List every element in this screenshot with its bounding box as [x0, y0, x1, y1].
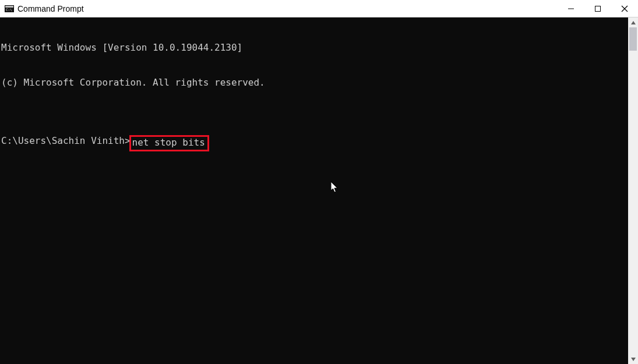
output-line: Microsoft Windows [Version 10.0.19044.21…	[1, 42, 628, 54]
titlebar[interactable]: C:\ Command Prompt	[0, 0, 638, 17]
minimize-button[interactable]	[558, 0, 584, 17]
scroll-up-button[interactable]	[628, 17, 638, 27]
prompt-path: C:\Users\Sachin Vinith>	[1, 135, 131, 147]
vertical-scrollbar[interactable]	[628, 17, 638, 364]
scroll-thumb[interactable]	[629, 27, 637, 51]
mouse-cursor-icon	[297, 170, 339, 208]
command-text: net stop bits	[132, 137, 205, 148]
output-line: (c) Microsoft Corporation. All rights re…	[1, 77, 628, 89]
svg-rect-5	[595, 6, 601, 11]
scroll-track[interactable]	[628, 27, 638, 354]
prompt-line: C:\Users\Sachin Vinith>net stop bits	[1, 135, 628, 151]
command-highlight: net stop bits	[129, 135, 209, 151]
scroll-down-button[interactable]	[628, 354, 638, 364]
app-icon: C:\	[5, 4, 14, 13]
window-title: Command Prompt	[17, 4, 84, 13]
maximize-button[interactable]	[584, 0, 611, 17]
svg-text:C:\: C:\	[6, 8, 12, 12]
client-area: Microsoft Windows [Version 10.0.19044.21…	[0, 17, 638, 364]
close-button[interactable]	[611, 0, 638, 17]
terminal[interactable]: Microsoft Windows [Version 10.0.19044.21…	[0, 17, 628, 364]
